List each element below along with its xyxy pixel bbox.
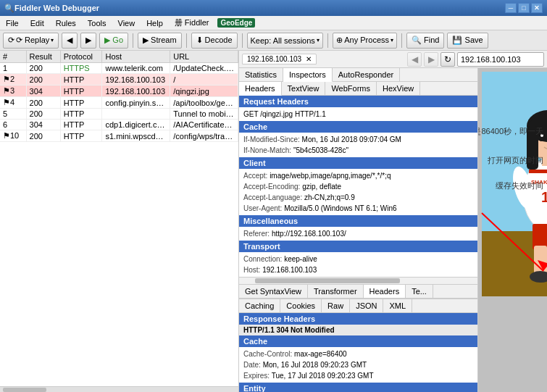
tab-textview[interactable]: TextView bbox=[282, 82, 326, 95]
tab-autoresponder[interactable]: AutoResponder bbox=[333, 68, 400, 81]
tab-headers[interactable]: Headers bbox=[239, 82, 282, 96]
row-id: ⚑3 bbox=[0, 86, 26, 97]
menu-rules[interactable]: Rules bbox=[53, 17, 79, 29]
replay-label: ⟳ Replay bbox=[16, 36, 49, 45]
transport-section-content: Connection: keep-alive Host: 192.168.100… bbox=[239, 252, 477, 277]
annotation-cache-time: 缓存时间是86400秒，即一天 bbox=[478, 126, 543, 137]
minimize-button[interactable]: ─ bbox=[505, 3, 517, 13]
row-url: /UpdateCheck.aspx?isBe bbox=[170, 63, 238, 74]
toolbar: ⟳ ⟳ Replay ▾ ◀ ▶ ▶ Go ▶ Stream ⬇ Decode … bbox=[0, 30, 547, 51]
connection-field: Connection: keep-alive bbox=[243, 254, 473, 264]
tab-cookies[interactable]: Cookies bbox=[280, 299, 322, 312]
maximize-button[interactable]: □ bbox=[518, 3, 530, 13]
date-field: Date: Mon, 16 Jul 2018 09:20:23 GMT bbox=[243, 359, 473, 370]
inspector-sub-tab-bar: Headers TextView WebForms HexView bbox=[239, 82, 477, 96]
bottom-tab-bar-2: Caching Cookies Raw JSON XML bbox=[239, 299, 477, 313]
replay-button[interactable]: ⟳ ⟳ Replay ▾ bbox=[3, 33, 59, 49]
row-protocol: HTTP bbox=[60, 97, 102, 109]
table-row[interactable]: 1 200 HTTPS www.telerik.com /UpdateCheck… bbox=[0, 63, 238, 74]
menu-edit[interactable]: Edit bbox=[28, 17, 47, 29]
table-row[interactable]: 5 200 HTTP Tunnel to mobile.pipe.aria.mi… bbox=[0, 109, 238, 120]
close-button[interactable]: ✕ bbox=[531, 3, 543, 13]
back-button[interactable]: ◀ bbox=[62, 33, 78, 49]
browser-back-button[interactable]: ◀ bbox=[407, 52, 422, 67]
row-url: /api/toolbox/geturl.php/te bbox=[170, 97, 238, 109]
content-scrollbar[interactable] bbox=[239, 277, 477, 284]
tab-caching[interactable]: Caching bbox=[239, 299, 280, 312]
keep-sessions-dropdown[interactable]: Keep: All sessions ▾ bbox=[247, 33, 323, 49]
browser-forward-button[interactable]: ▶ bbox=[424, 52, 438, 67]
go-button[interactable]: ▶ Go bbox=[99, 33, 128, 49]
find-button[interactable]: 🔍 Find bbox=[406, 33, 444, 49]
scrollbar-thumb bbox=[3, 388, 46, 392]
main-container: # Result Protocol Host URL 1 200 HTTPS w… bbox=[0, 51, 547, 392]
http-method: GET /qingzi.jpg HTTP/1.1 bbox=[243, 110, 326, 118]
menu-bar: File Edit Rules Tools View Help 册 Fiddle… bbox=[0, 16, 547, 30]
request-headers-scroll[interactable]: Request Headers GET /qingzi.jpg HTTP/1.1… bbox=[239, 96, 477, 392]
request-list-panel: # Result Protocol Host URL 1 200 HTTPS w… bbox=[0, 51, 239, 392]
tab-statistics[interactable]: Statistics bbox=[239, 68, 283, 81]
response-headers-title: Response Headers bbox=[239, 313, 477, 325]
forward-button[interactable]: ▶ bbox=[80, 33, 96, 49]
process-dropdown-arrow: ▾ bbox=[391, 37, 393, 43]
cache-control-field: Cache-Control: max-age=86400 bbox=[243, 349, 473, 359]
col-protocol: Protocol bbox=[60, 51, 102, 63]
close-tab-icon[interactable]: ✕ bbox=[306, 55, 312, 63]
row-id: ⚑2 bbox=[0, 74, 26, 86]
tab-json[interactable]: JSON bbox=[350, 299, 383, 312]
tab-te[interactable]: Te... bbox=[406, 285, 433, 298]
table-row[interactable]: ⚑2 200 HTTP 192.168.100.103 / bbox=[0, 74, 238, 86]
accept-encoding-field: Accept-Encoding: gzip, deflate bbox=[243, 181, 473, 192]
row-protocol: HTTP bbox=[60, 120, 102, 130]
browser-nav: ◀ ▶ ↻ bbox=[407, 52, 544, 67]
address-input[interactable] bbox=[457, 52, 544, 67]
table-row[interactable]: ⚑4 200 HTTP config.pinyin.sogou... /api/… bbox=[0, 97, 238, 109]
app-icon: 🔍 bbox=[4, 4, 14, 13]
row-id: 5 bbox=[0, 109, 26, 120]
separator-1 bbox=[133, 33, 133, 48]
save-button[interactable]: 💾 Save bbox=[447, 33, 488, 49]
decode-button[interactable]: ⬇ Decode bbox=[191, 33, 238, 49]
row-protocol: HTTP bbox=[60, 74, 102, 86]
table-row[interactable]: ⚑3 304 HTTP 192.168.100.103 /qingzi.jpg bbox=[0, 86, 238, 97]
row-protocol: HTTP bbox=[60, 86, 102, 97]
row-host: 192.168.100.103 bbox=[102, 86, 170, 97]
row-host: cdp1.digicert.com bbox=[102, 120, 170, 130]
svg-rect-17 bbox=[533, 224, 547, 249]
menu-file[interactable]: File bbox=[3, 17, 22, 29]
row-result: 200 bbox=[26, 63, 60, 74]
response-status-line: HTTP/1.1 304 Not Modified bbox=[239, 325, 477, 335]
col-url: URL bbox=[170, 51, 238, 63]
referer-field: Referer: http://192.168.100.103/ bbox=[243, 228, 473, 239]
stream-button[interactable]: ▶ Stream bbox=[138, 33, 182, 49]
tab-raw[interactable]: Raw bbox=[322, 299, 350, 312]
browser-tab[interactable]: 192.168.100.103 ✕ bbox=[242, 54, 317, 64]
tab-xml[interactable]: XML bbox=[383, 299, 412, 312]
row-url: /AIACertificateCA2018.cfl bbox=[170, 120, 238, 130]
tab-transformer[interactable]: Transformer bbox=[308, 285, 364, 298]
menu-tools[interactable]: Tools bbox=[85, 17, 109, 29]
menu-help[interactable]: Help bbox=[143, 17, 166, 29]
tab-hexview[interactable]: HexView bbox=[377, 82, 420, 95]
row-url: /config/wps/tray/boot.jso bbox=[170, 130, 238, 142]
table-row[interactable]: 6 304 HTTP cdp1.digicert.com /AIACertifi… bbox=[0, 120, 238, 130]
browser-refresh-button[interactable]: ↻ bbox=[440, 52, 455, 67]
replay-dropdown-icon: ▾ bbox=[51, 37, 54, 43]
table-row[interactable]: ⚑10 200 HTTP s1.mini.wpscdn.cn /config/w… bbox=[0, 130, 238, 142]
menu-fiddler[interactable]: 册 Fiddler bbox=[172, 16, 212, 30]
horizontal-scrollbar[interactable] bbox=[0, 386, 238, 392]
separator-3 bbox=[242, 33, 243, 48]
tab-get-syntax-view[interactable]: Get SyntaxView bbox=[239, 285, 308, 298]
any-process-dropdown[interactable]: ⊕ Any Process ▾ bbox=[333, 33, 397, 49]
misc-section-header: Miscellaneous bbox=[239, 215, 477, 227]
if-none-match-field: If-None-Match: "5b4c5038-428c" bbox=[243, 145, 473, 156]
tab-inspectors[interactable]: Inspectors bbox=[283, 68, 333, 82]
tab-headers-bottom[interactable]: Headers bbox=[364, 285, 406, 298]
image-preview-section: 10 SHAKERS bbox=[478, 68, 547, 392]
annotation-open-time: 打开网页的时间 bbox=[488, 155, 543, 166]
client-section-content: Accept: image/webp,image/apng,image/*,*/… bbox=[239, 169, 477, 215]
response-cache-header: Cache bbox=[239, 335, 477, 347]
menu-view[interactable]: View bbox=[115, 17, 138, 29]
tab-webforms[interactable]: WebForms bbox=[325, 82, 377, 95]
user-agent-field: User-Agent: Mozilla/5.0 (Windows NT 6.1;… bbox=[243, 203, 473, 214]
